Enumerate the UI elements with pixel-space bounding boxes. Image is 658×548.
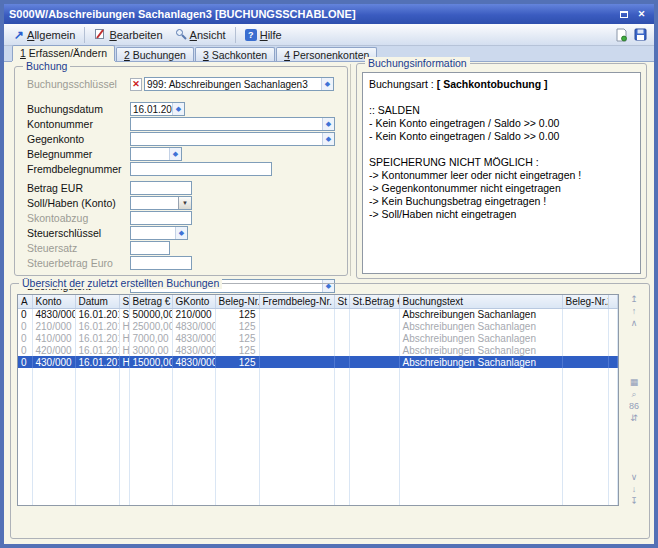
- grid-icon[interactable]: ▦: [627, 377, 641, 387]
- scroll-top-icon[interactable]: ↥: [627, 294, 641, 304]
- booking-info-panel: Buchungsart : [ Sachkontobuchung ] :: SA…: [362, 72, 641, 274]
- info-line: - Kein Konto eingetragen / Saldo >> 0.00: [369, 130, 634, 143]
- scroll-bottom-icon[interactable]: ↧: [627, 496, 641, 506]
- cell: [608, 308, 618, 320]
- spinner-icon[interactable]: ◆: [175, 227, 187, 239]
- cell: [349, 356, 399, 368]
- steuerschluessel-combo[interactable]: ◆: [130, 226, 188, 240]
- menu-bearbeiten[interactable]: Bearbeiten: [88, 26, 168, 44]
- buchungsschluessel-combo[interactable]: 999: Abschreibungen Sachanlagen3 ◆: [144, 77, 334, 91]
- cell: [334, 356, 349, 368]
- betrag-field[interactable]: [130, 181, 192, 195]
- sort-icon[interactable]: ⇵: [627, 413, 641, 423]
- cell: 410/000: [32, 332, 75, 344]
- spinner-icon[interactable]: ◆: [321, 78, 333, 90]
- column-header[interactable]: Datum: [75, 295, 119, 308]
- cell: 3000,00: [129, 344, 172, 356]
- belegnummer-field[interactable]: ◆: [130, 147, 182, 161]
- skontoabzug-field[interactable]: [130, 211, 192, 225]
- steuerbetrag-field[interactable]: [130, 256, 192, 270]
- search-icon[interactable]: ⌕: [627, 389, 641, 399]
- fremdbelegnummer-field[interactable]: [130, 162, 272, 176]
- column-header[interactable]: Beleg-Nr.2: [562, 295, 608, 308]
- menu-allgemein[interactable]: ↗ Allgemein: [8, 27, 81, 43]
- close-icon[interactable]: ✕: [634, 8, 649, 21]
- combo-value: 999: Abschreibungen Sachanlagen3: [147, 79, 321, 90]
- bookings-list[interactable]: AKontoDatumSBetrag €GKontoBeleg-Nr.Fremd…: [17, 294, 619, 506]
- cell: [334, 332, 349, 344]
- table-row[interactable]: 04830/00016.01.2013S50000,00210/000125Ab…: [18, 308, 618, 320]
- info-line: - Kein Konto eingetragen / Saldo >> 0.00: [369, 117, 634, 130]
- window-title: S000W/Abschreibungen Sachanlagen3 [BUCHU…: [9, 8, 613, 20]
- group-buchungsinformation: Buchungsinformation Buchungsart : [ Sach…: [356, 63, 647, 279]
- form-row: Steuersatz: [27, 241, 339, 255]
- cell: [608, 356, 618, 368]
- restore-icon[interactable]: [616, 8, 631, 21]
- column-header[interactable]: Betrag €: [129, 295, 172, 308]
- cell: 430/000: [32, 356, 75, 368]
- field-label-gegenkonto: Gegenkonto: [27, 133, 130, 145]
- tab-sachkonten[interactable]: 3 Sachkonten: [195, 47, 275, 61]
- cell: 210/000: [32, 320, 75, 332]
- cell: [18, 368, 32, 505]
- field-label-steuerschluessel: Steuerschlüssel: [27, 227, 130, 239]
- column-header[interactable]: Fremdbeleg-Nr.: [259, 295, 334, 308]
- move-down-icon[interactable]: ↓: [627, 484, 641, 494]
- cell: [259, 332, 334, 344]
- menu-label: Allgemein: [27, 29, 75, 41]
- column-header[interactable]: St.Betrag €: [349, 295, 399, 308]
- column-header[interactable]: Konto: [32, 295, 75, 308]
- column-header[interactable]: [608, 295, 618, 308]
- edit-icon: [94, 28, 106, 42]
- step-up-icon[interactable]: ∧: [627, 318, 641, 328]
- step-down-icon[interactable]: ∨: [627, 472, 641, 482]
- save-icon[interactable]: [631, 27, 650, 42]
- menubar: ↗ Allgemein Bearbeiten Ansicht ? Hilfe: [4, 24, 654, 46]
- info-line: [369, 91, 634, 104]
- soll-haben-dropdown[interactable]: ▼: [130, 196, 192, 210]
- tab-erfassen-aendern[interactable]: 1 Erfassen/Ändern: [12, 45, 115, 61]
- tab-buchungen[interactable]: 2 Buchungen: [116, 47, 194, 61]
- column-header[interactable]: S: [119, 295, 129, 308]
- chevron-down-icon[interactable]: ▼: [178, 197, 191, 209]
- info-line: SPEICHERUNG NICHT MÖGLICH :: [369, 156, 634, 169]
- spinner-icon[interactable]: ◆: [172, 103, 184, 115]
- cell: [334, 320, 349, 332]
- column-header[interactable]: St: [334, 295, 349, 308]
- menu-ansicht[interactable]: Ansicht: [169, 26, 232, 44]
- field-label-kontonummer: Kontonummer: [27, 118, 130, 130]
- table-row[interactable]: 0420/00016.01.2013H3000,004830/000125Abs…: [18, 344, 618, 356]
- spinner-icon[interactable]: ◆: [322, 133, 334, 145]
- clear-icon[interactable]: ✕: [130, 78, 142, 91]
- menu-hilfe[interactable]: ? Hilfe: [239, 27, 288, 43]
- new-document-icon[interactable]: [612, 27, 631, 43]
- table-row[interactable]: 0210/00016.01.2013H25000,004830/000125Ab…: [18, 320, 618, 332]
- cell: 0: [18, 344, 32, 356]
- move-up-icon[interactable]: ↑: [627, 306, 641, 316]
- view-icon: [175, 28, 187, 42]
- table-row[interactable]: 0430/00016.01.2013H15000,004830/000125Ab…: [18, 356, 618, 368]
- cell: 0: [18, 332, 32, 344]
- cell: 0: [18, 320, 32, 332]
- counter-icon[interactable]: 86: [627, 401, 641, 411]
- spinner-icon[interactable]: ◆: [169, 148, 181, 160]
- field-label-betrag: Betrag EUR: [27, 182, 130, 194]
- gegenkonto-combo[interactable]: ◆: [130, 132, 335, 146]
- splitter[interactable]: [350, 64, 351, 276]
- kontonummer-combo[interactable]: ◆: [130, 117, 335, 131]
- buchungsdatum-field[interactable]: 16.01.2013 ◆: [130, 102, 185, 116]
- table-row[interactable]: 0410/00016.01.2013H7000,004830/000125Abs…: [18, 332, 618, 344]
- cell: Abschreibungen Sachanlagen: [399, 332, 562, 344]
- cell: [562, 332, 608, 344]
- spinner-icon[interactable]: ◆: [322, 118, 334, 130]
- cell: [608, 332, 618, 344]
- steuersatz-field[interactable]: [130, 241, 170, 255]
- tab-personenkonten[interactable]: 4 Personenkonten: [276, 47, 377, 61]
- column-header[interactable]: Beleg-Nr.: [215, 295, 259, 308]
- column-header[interactable]: A: [18, 295, 32, 308]
- column-header[interactable]: GKonto: [172, 295, 215, 308]
- info-line: -> Soll/Haben nicht eingetragen: [369, 208, 634, 221]
- cell: [119, 368, 129, 505]
- column-header[interactable]: Buchungstext: [399, 295, 562, 308]
- cell: 4830/000: [172, 332, 215, 344]
